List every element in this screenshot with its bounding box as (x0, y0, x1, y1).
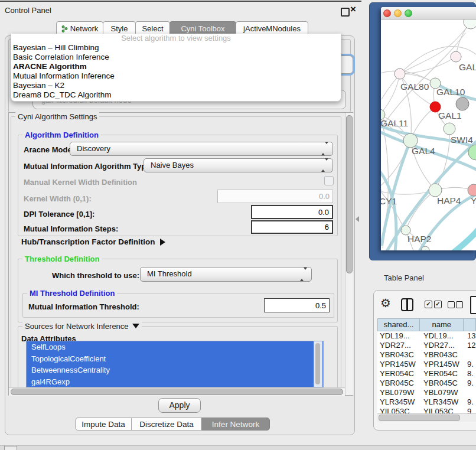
settings-vscroll-thumb[interactable] (346, 115, 353, 273)
table-cell: YBR045C (423, 379, 458, 388)
zoom-traffic-light-icon[interactable] (405, 9, 412, 17)
column-header-shared-name[interactable]: shared... (378, 319, 420, 331)
hub-definition-toggle[interactable]: Hub/Transcription Factor Definition (21, 237, 165, 246)
tab-label: Network (70, 24, 99, 33)
which-threshold-value: MI Threshold (147, 269, 192, 278)
page-icon[interactable] (470, 296, 476, 314)
table-hscroll-thumb[interactable] (379, 415, 460, 421)
aracne-mode-label: Aracne Mode: (24, 145, 74, 154)
minimize-traffic-light-icon[interactable] (394, 9, 402, 17)
hub-definition-label: Hub/Transcription Factor Definition (21, 237, 155, 246)
sources-legend-label: Sources for Network Inference (25, 322, 129, 331)
network-node-label: GAL1 (438, 110, 462, 120)
tab-impute-data[interactable]: Impute Data (75, 418, 132, 431)
algorithm-option[interactable]: Basic Correlation Inference (11, 53, 341, 62)
close-traffic-light-icon[interactable] (383, 9, 391, 17)
network-node-label: GAL11 (381, 118, 408, 128)
table-row[interactable]: YDL19...YDL19...13 (377, 331, 476, 341)
which-threshold-combobox[interactable]: MI Threshold (140, 267, 312, 282)
attribute-list-item[interactable]: gal4RGexp (27, 376, 323, 388)
table-cell: YDL19... (380, 331, 410, 341)
manual-kernel-checkbox (324, 176, 334, 185)
algorithm-definition-legend: Algorithm Definition (22, 131, 101, 139)
table-row[interactable]: YDR27...YDR27...12 (377, 341, 476, 350)
gear-icon[interactable]: ⚙ (380, 296, 391, 310)
deselect-all-icon[interactable] (456, 301, 463, 308)
table-row[interactable]: YBR043CYBR043C (377, 350, 476, 360)
mi-type-value: Naive Bayes (151, 161, 194, 169)
settings-hscroll-thumb[interactable] (11, 389, 343, 395)
deselect-all-icon[interactable] (448, 301, 455, 308)
table-cell: YBL079W (423, 388, 458, 397)
table-row[interactable]: YER054CYER054C8. (377, 369, 476, 379)
stepper-icon (321, 159, 328, 172)
network-node[interactable] (444, 123, 455, 135)
table-rows: YDL19...YDL19...13YDR27...YDR27...12YBR0… (377, 331, 476, 413)
mi-threshold-input[interactable] (264, 298, 330, 312)
network-window-titlebar[interactable] (381, 7, 476, 19)
data-attributes-list: SelfLoopsTopologicalCoefficientBetweenne… (26, 341, 324, 387)
table-row[interactable]: YBL079WYBL079W (377, 388, 476, 397)
attribute-list-item[interactable]: TopologicalCoefficient (27, 353, 323, 365)
close-icon[interactable]: × (350, 4, 356, 15)
aracne-mode-combobox[interactable]: Discovery (70, 142, 333, 156)
algorithm-option[interactable]: Mutual Information Inference (11, 71, 341, 81)
network-node[interactable] (429, 184, 442, 197)
algorithm-option[interactable]: Bayesian – Hill Climbing (11, 43, 341, 53)
attribute-list-item[interactable]: SelfLoops (27, 341, 323, 353)
table-cell: YBR043C (423, 350, 458, 360)
cyni-settings-legend: Cyni Algorithm Settings (15, 112, 99, 121)
sources-legend[interactable]: Sources for Network Inference (22, 322, 142, 331)
dpi-tolerance-input[interactable] (251, 205, 333, 219)
select-all-check-icon[interactable]: ✓ (425, 301, 432, 308)
network-node-label: GAL10 (436, 87, 465, 97)
table-row[interactable]: YBR045CYBR045C9. (377, 379, 476, 388)
network-canvas-svg[interactable]: GALGAL80GAL10GAL1GAL11GAL4SWI4GCY1HAP4YH… (381, 19, 476, 250)
collapse-down-icon[interactable] (132, 324, 139, 328)
table-cell: 9. (467, 360, 474, 369)
network-tab-icon (61, 23, 68, 30)
column-header-partial[interactable] (464, 319, 475, 331)
kernel-width-input (217, 190, 333, 203)
network-node[interactable] (468, 184, 476, 196)
threshold-definition-legend: Threshold Definition (22, 255, 102, 263)
columns-icon[interactable] (401, 298, 413, 311)
algorithm-option[interactable]: Bayesian – K2 (11, 81, 341, 90)
network-node[interactable] (451, 51, 461, 62)
table-cell: YPR145W (423, 360, 459, 369)
network-edge[interactable] (406, 190, 435, 230)
network-edge[interactable] (381, 74, 400, 115)
algorithm-option[interactable]: Dream8 DC_TDC Algorithm (11, 90, 341, 100)
table-cell: YLR345W (423, 397, 458, 407)
table-cell: YIL053C (423, 407, 454, 413)
apply-button[interactable]: Apply (158, 398, 201, 413)
network-node-label: Y (471, 195, 476, 206)
table-cell: 12 (467, 341, 475, 350)
table-row[interactable]: YPR145WYPR145W9. (377, 360, 476, 369)
table-row[interactable]: YIL053CYIL053C9 (377, 407, 476, 413)
attributes-scrollbar-thumb[interactable] (315, 343, 320, 384)
table-row[interactable]: YLR345WYLR345W9. (377, 397, 476, 407)
mi-steps-input[interactable] (251, 220, 333, 234)
network-edge-thick[interactable] (447, 228, 476, 250)
column-header-name[interactable]: name (420, 319, 464, 331)
table-cell: YLR345W (380, 397, 415, 407)
network-node[interactable] (464, 19, 476, 29)
tab-discretize-data[interactable]: Discretize Data (131, 418, 202, 431)
network-node[interactable] (456, 97, 469, 110)
table-cell: 9. (467, 379, 474, 388)
corner-grip-icon[interactable] (4, 446, 17, 450)
network-node-label: HAP2 (407, 234, 432, 244)
algorithm-option[interactable]: ARACNE Algorithm (11, 62, 341, 71)
tab-infer-network[interactable]: Infer Network (201, 418, 270, 431)
dropdown-prompt: Select algorithm to view settings (11, 34, 341, 43)
mi-type-combobox[interactable]: Naive Bayes (144, 158, 333, 172)
table-cell: YBR045C (380, 379, 414, 388)
network-node[interactable] (395, 69, 405, 79)
panel-resize-arrow[interactable] (356, 216, 359, 222)
select-all-check-icon[interactable]: ✓ (434, 301, 442, 308)
which-threshold-label: Which threshold to use: (52, 271, 139, 280)
attribute-list-item[interactable]: BetweennessCentrality (27, 364, 323, 376)
float-window-icon[interactable] (341, 8, 350, 17)
expand-right-icon[interactable] (160, 239, 165, 246)
